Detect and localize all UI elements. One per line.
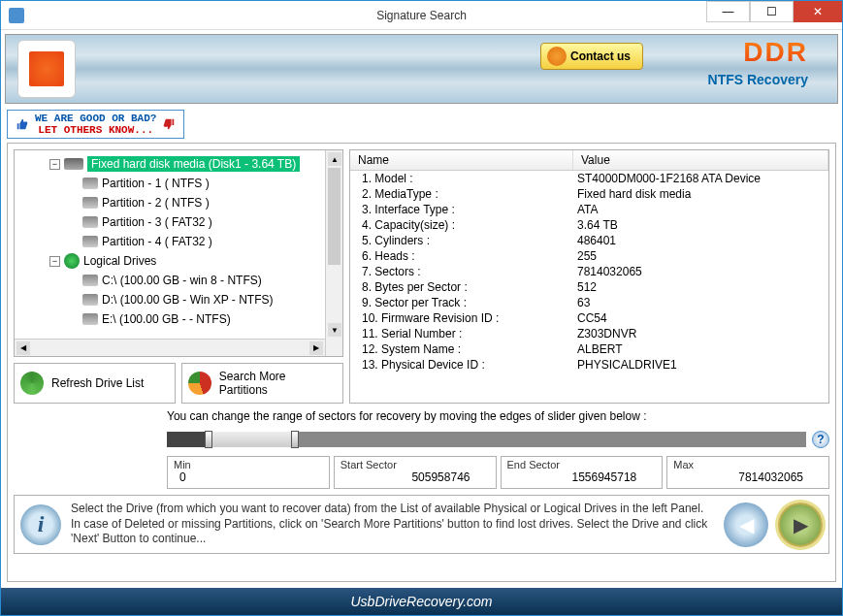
info-icon: i — [20, 504, 61, 545]
refresh-drive-list-button[interactable]: Refresh Drive List — [14, 363, 176, 404]
footer-url: UsbDriveRecovery.com — [1, 588, 842, 615]
min-label: Min — [174, 459, 323, 470]
prop-name: 1. Model : — [350, 172, 573, 185]
start-sector-value: 505958746 — [340, 470, 490, 484]
next-button[interactable]: ▶ — [778, 503, 823, 547]
max-box: Max 7814032065 — [666, 456, 829, 489]
brand-subtitle: NTFS Recovery — [708, 72, 808, 87]
drive-icon — [82, 294, 98, 306]
window-title: Signature Search — [376, 9, 467, 22]
contact-us-label: Contact us — [570, 49, 631, 63]
tree-item-label: E:\ (100.00 GB - - NTFS) — [102, 312, 231, 326]
table-row[interactable]: 13. Physical Device ID :PHYSICALDRIVE1 — [350, 357, 828, 373]
table-row[interactable]: 11. Serial Number :Z303DNVR — [350, 326, 828, 341]
tree-row[interactable]: Partition - 4 ( FAT32 ) — [18, 232, 339, 251]
banner: Contact us DDR NTFS Recovery — [5, 34, 838, 104]
max-label: Max — [673, 459, 823, 470]
prop-name: 5. Cylinders : — [350, 234, 573, 247]
thumbs-down-icon — [162, 117, 176, 131]
end-sector-label: End Sector — [507, 459, 657, 470]
prop-value: ST4000DM000-1F2168 ATA Device — [573, 172, 828, 185]
end-sector-value: 1556945718 — [507, 470, 657, 484]
tree-row[interactable]: E:\ (100.00 GB - - NTFS) — [18, 309, 339, 329]
slider-caption: You can change the range of sectors for … — [167, 409, 829, 423]
prop-value: Fixed hard disk media — [573, 187, 828, 201]
sector-range-slider[interactable] — [167, 432, 806, 447]
search-label: Search More Partitions — [219, 370, 337, 397]
slider-handle-end[interactable] — [291, 431, 299, 448]
partition-icon — [82, 197, 98, 209]
min-value: 0 — [174, 470, 323, 484]
properties-table: Name Value 1. Model :ST4000DM000-1F2168 … — [349, 149, 829, 404]
info-bar: i Select the Drive (from which you want … — [14, 495, 829, 554]
table-row[interactable]: 3. Interface Type :ATA — [350, 202, 828, 217]
tree-row[interactable]: −Fixed hard disk media (Disk1 - 3.64 TB) — [18, 154, 339, 174]
slider-handle-start[interactable] — [205, 431, 212, 448]
minimize-button[interactable]: — — [706, 1, 750, 22]
tree-item-label: Fixed hard disk media (Disk1 - 3.64 TB) — [87, 156, 300, 172]
help-icon[interactable]: ? — [812, 431, 829, 448]
table-row[interactable]: 4. Capacity(size) :3.64 TB — [350, 217, 828, 233]
refresh-icon — [20, 372, 44, 395]
vertical-scrollbar[interactable]: ▲ ▼ — [325, 150, 342, 356]
collapse-icon[interactable]: − — [49, 159, 60, 170]
disk-icon — [64, 158, 83, 170]
main-panel: −Fixed hard disk media (Disk1 - 3.64 TB)… — [7, 143, 836, 582]
info-text: Select the Drive (from which you want to… — [71, 502, 714, 547]
tree-row[interactable]: D:\ (100.00 GB - Win XP - NTFS) — [18, 290, 339, 309]
app-icon — [9, 8, 24, 23]
prop-name: 2. MediaType : — [350, 187, 573, 201]
close-button[interactable]: ✕ — [794, 1, 842, 22]
prop-name: 10. Firmware Revision ID : — [350, 311, 573, 325]
end-sector-box: End Sector 1556945718 — [501, 456, 664, 489]
feedback-line2: LET OTHERS KNOW... — [35, 124, 156, 136]
product-logo — [17, 40, 76, 98]
prop-value: CC54 — [573, 311, 828, 325]
table-row[interactable]: 2. MediaType :Fixed hard disk media — [350, 186, 828, 202]
tree-row[interactable]: Partition - 2 ( NTFS ) — [18, 193, 339, 212]
prop-value: 3.64 TB — [573, 218, 828, 232]
prop-name: 13. Physical Device ID : — [350, 358, 573, 372]
prop-name: 9. Sector per Track : — [350, 296, 573, 309]
table-row[interactable]: 10. Firmware Revision ID :CC54 — [350, 310, 828, 326]
tree-item-label: D:\ (100.00 GB - Win XP - NTFS) — [102, 293, 273, 307]
table-row[interactable]: 5. Cylinders :486401 — [350, 233, 828, 248]
feedback-button[interactable]: WE ARE GOOD OR BAD? LET OTHERS KNOW... — [7, 110, 184, 139]
max-value: 7814032065 — [673, 470, 823, 484]
drive-tree[interactable]: −Fixed hard disk media (Disk1 - 3.64 TB)… — [14, 149, 343, 357]
prop-name: 12. System Name : — [350, 342, 573, 356]
column-header-value[interactable]: Value — [573, 150, 828, 170]
partition-icon — [82, 216, 98, 228]
table-row[interactable]: 12. System Name :ALBERT — [350, 341, 828, 357]
prop-value: ALBERT — [573, 342, 828, 356]
tree-row[interactable]: Partition - 3 ( FAT32 ) — [18, 212, 339, 232]
logical-drives-icon — [64, 253, 80, 269]
tree-row[interactable]: −Logical Drives — [18, 251, 339, 271]
prop-name: 6. Heads : — [350, 249, 573, 263]
table-row[interactable]: 6. Heads :255 — [350, 248, 828, 264]
maximize-button[interactable]: ☐ — [750, 1, 794, 22]
tree-item-label: Partition - 3 ( FAT32 ) — [102, 215, 212, 229]
collapse-icon[interactable]: − — [49, 256, 60, 267]
table-row[interactable]: 7. Sectors :7814032065 — [350, 264, 828, 279]
tree-item-label: Partition - 2 ( NTFS ) — [102, 196, 210, 210]
table-row[interactable]: 8. Bytes per Sector :512 — [350, 279, 828, 295]
tree-row[interactable]: C:\ (100.00 GB - win 8 - NTFS) — [18, 271, 339, 290]
scroll-thumb[interactable] — [328, 168, 340, 265]
table-row[interactable]: 9. Sector per Track :63 — [350, 295, 828, 310]
search-more-partitions-button[interactable]: Search More Partitions — [181, 363, 343, 404]
horizontal-scrollbar[interactable]: ◀▶ — [15, 339, 325, 356]
contact-us-button[interactable]: Contact us — [540, 43, 643, 70]
prop-name: 7. Sectors : — [350, 265, 573, 278]
column-header-name[interactable]: Name — [350, 150, 573, 170]
partition-icon — [82, 178, 98, 189]
drive-icon — [82, 275, 98, 286]
prop-value: 255 — [573, 249, 828, 263]
table-row[interactable]: 1. Model :ST4000DM000-1F2168 ATA Device — [350, 171, 828, 186]
prop-name: 4. Capacity(size) : — [350, 218, 573, 232]
pie-chart-icon — [188, 372, 211, 395]
back-button[interactable]: ◀ — [724, 503, 768, 547]
titlebar: Signature Search — ☐ ✕ — [1, 1, 842, 30]
tree-row[interactable]: Partition - 1 ( NTFS ) — [18, 174, 339, 193]
thumbs-up-icon — [16, 117, 29, 131]
